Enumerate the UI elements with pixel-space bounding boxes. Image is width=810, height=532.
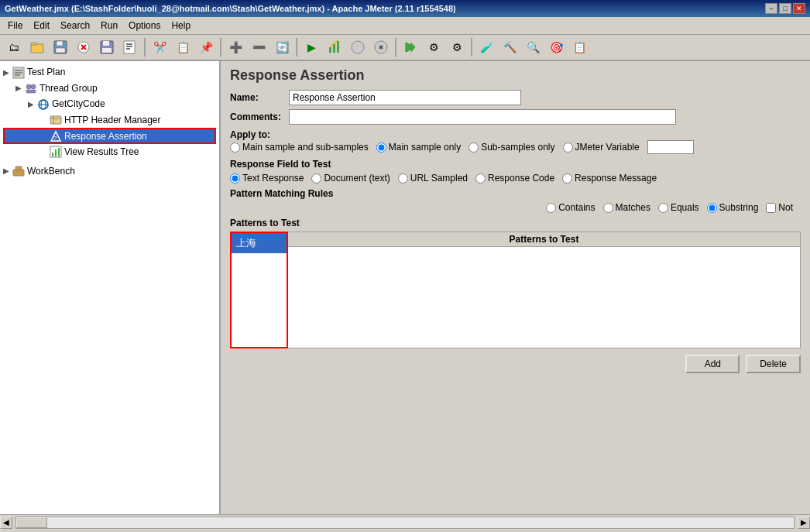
- scrollbar-area: ◀ ▶: [0, 514, 810, 530]
- patterns-body[interactable]: [288, 247, 800, 348]
- tree-label-response-assertion: Response Assertion: [64, 131, 147, 142]
- rf-url-sampled[interactable]: URL Sampled: [398, 173, 468, 184]
- apply-jmeter-var[interactable]: JMeter Variable: [563, 142, 640, 153]
- pr-equals-radio[interactable]: [658, 203, 668, 213]
- pr-substring-label: Substring: [719, 202, 759, 213]
- menu-options[interactable]: Options: [124, 19, 165, 33]
- rf-message-radio[interactable]: [562, 173, 572, 184]
- apply-to-section: Apply to: Main sample and sub-samples Ma…: [230, 129, 801, 154]
- toolbar-sep4: [395, 38, 396, 57]
- tb-gear2[interactable]: ⚙: [446, 37, 468, 57]
- tree-item-thread-group[interactable]: ▶ Thread Group: [3, 81, 216, 97]
- jmeter-var-input[interactable]: [647, 140, 694, 154]
- apply-main-sub-label: Main sample and sub-samples: [242, 142, 369, 153]
- tb-new[interactable]: 🗂: [3, 37, 25, 57]
- menu-run[interactable]: Run: [96, 19, 122, 33]
- pr-not[interactable]: Not: [766, 202, 793, 213]
- tb-edit[interactable]: [119, 37, 141, 57]
- tb-add[interactable]: ➕: [225, 37, 246, 57]
- tb-save[interactable]: [50, 37, 71, 57]
- name-label: Name:: [230, 92, 284, 103]
- apply-main-only[interactable]: Main sample only: [376, 142, 461, 153]
- tb-stop[interactable]: [347, 37, 369, 57]
- patterns-section: Patterns to Test 上海 Patterns to Test: [230, 218, 801, 376]
- tb-close[interactable]: [73, 37, 94, 57]
- svg-rect-44: [15, 166, 22, 170]
- tree-item-workbench[interactable]: ▶ WorkBench: [3, 163, 216, 179]
- apply-sub-only-label: Sub-samples only: [481, 142, 554, 153]
- pr-not-checkbox[interactable]: [766, 203, 776, 213]
- apply-main-sub[interactable]: Main sample and sub-samples: [230, 142, 369, 153]
- tb-toggle[interactable]: 🔄: [271, 37, 293, 57]
- name-input[interactable]: [289, 90, 521, 105]
- pr-contains-label: Contains: [558, 202, 595, 213]
- svg-text:?: ?: [53, 135, 57, 142]
- pr-substring[interactable]: Substring: [707, 202, 759, 213]
- tb-copy[interactable]: 📋: [172, 37, 194, 57]
- svg-rect-16: [333, 44, 335, 53]
- tb-search[interactable]: 🔍: [522, 37, 544, 57]
- tree-item-view-results[interactable]: View Results Tree: [3, 144, 216, 160]
- rf-code-radio[interactable]: [475, 173, 486, 184]
- menu-help[interactable]: Help: [166, 19, 195, 33]
- horizontal-scrollbar[interactable]: [15, 517, 795, 529]
- scroll-left-btn[interactable]: ◀: [0, 517, 12, 529]
- minimize-button[interactable]: −: [765, 3, 777, 14]
- rf-document[interactable]: Document (text): [311, 173, 390, 184]
- tb-remove[interactable]: ➖: [248, 37, 269, 57]
- tb-target[interactable]: 🎯: [545, 37, 567, 57]
- apply-sub-only[interactable]: Sub-samples only: [468, 142, 554, 153]
- rf-text-radio[interactable]: [230, 173, 240, 184]
- tree-item-getcitycode[interactable]: ▶ GetCityCode: [3, 96, 216, 112]
- delete-button[interactable]: Delete: [746, 355, 801, 373]
- tb-forward[interactable]: [400, 37, 421, 57]
- tb-open[interactable]: [26, 37, 48, 57]
- apply-main-sub-radio[interactable]: [230, 142, 240, 153]
- rf-url-radio[interactable]: [398, 173, 408, 184]
- rf-response-message[interactable]: Response Message: [562, 173, 657, 184]
- svg-rect-17: [337, 41, 339, 53]
- add-button[interactable]: Add: [685, 355, 740, 373]
- rf-document-radio[interactable]: [311, 173, 321, 184]
- tree-item-test-plan[interactable]: ▶ Test Plan: [3, 64, 216, 81]
- maximize-button[interactable]: □: [779, 3, 791, 14]
- pr-contains[interactable]: Contains: [546, 202, 595, 213]
- window-controls: − □ ✕: [765, 3, 805, 14]
- tb-shutdown[interactable]: [370, 37, 392, 57]
- tree-expand-assertion-icon: [40, 132, 50, 140]
- svg-point-28: [26, 84, 31, 89]
- pr-matches[interactable]: Matches: [603, 202, 650, 213]
- tb-report[interactable]: [324, 37, 345, 57]
- comments-input[interactable]: [289, 109, 676, 125]
- menu-edit[interactable]: Edit: [29, 19, 54, 33]
- pr-substring-radio[interactable]: [707, 203, 717, 213]
- scroll-right-btn[interactable]: ▶: [798, 517, 810, 529]
- apply-sub-only-radio[interactable]: [468, 142, 479, 153]
- pr-contains-radio[interactable]: [546, 203, 556, 213]
- tree-item-http-header[interactable]: HTTP Header Manager: [3, 112, 216, 129]
- pr-equals[interactable]: Equals: [658, 202, 699, 213]
- test-plan-icon: [12, 66, 25, 79]
- tb-gear1[interactable]: ⚙: [423, 37, 444, 57]
- menu-file[interactable]: File: [3, 19, 27, 33]
- tb-cut[interactable]: ✂️: [149, 37, 170, 57]
- tree-label-workbench: WorkBench: [27, 166, 75, 177]
- tb-save2[interactable]: [96, 37, 118, 57]
- tb-run[interactable]: ▶: [300, 37, 322, 57]
- rf-response-code[interactable]: Response Code: [475, 173, 554, 184]
- pattern-rules-label: Pattern Matching Rules: [230, 188, 801, 199]
- close-button[interactable]: ✕: [793, 3, 805, 14]
- tb-paste[interactable]: 📌: [195, 37, 217, 57]
- tb-build[interactable]: 🔨: [499, 37, 520, 57]
- patterns-selected-row[interactable]: 上海: [232, 233, 287, 253]
- svg-rect-34: [50, 116, 61, 124]
- tb-test[interactable]: 🧪: [475, 37, 497, 57]
- tb-list[interactable]: 📋: [568, 37, 590, 57]
- apply-main-only-radio[interactable]: [376, 142, 386, 153]
- apply-jmeter-var-radio[interactable]: [563, 142, 573, 153]
- rf-text-response[interactable]: Text Response: [230, 173, 304, 184]
- patterns-section-label: Patterns to Test: [230, 218, 801, 228]
- tree-item-response-assertion[interactable]: ? Response Assertion: [3, 128, 216, 144]
- menu-search[interactable]: Search: [56, 19, 94, 33]
- pr-matches-radio[interactable]: [603, 203, 613, 213]
